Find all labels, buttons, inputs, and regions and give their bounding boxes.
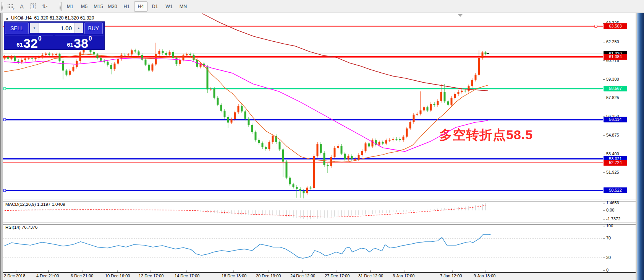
sell-button[interactable]: SELL [5,23,29,34]
timeframe-bar: M1M5M15M30H1H4D1W1MN [63,2,190,11]
timeframe-M1[interactable]: M1 [63,2,77,11]
time-axis-label[interactable]: 9 Jan 13:00 [474,273,496,278]
time-axis-label[interactable]: 20 Dec 13:00 [256,273,281,278]
window-right-aero-border [637,0,644,280]
price-badge-52.724: 52.724 [604,160,627,166]
macd-indicator-label: MACD(12,26,9) 1.3197 1.0409 [5,202,65,207]
timeframe-W1[interactable]: W1 [162,2,176,11]
rsi-axis-label: 70 [606,236,611,240]
sell-price-small: 61 [16,41,23,48]
time-axis-label[interactable]: 10 Dec 16:00 [105,273,130,278]
text-box-tool-button[interactable]: T [28,2,39,11]
price-badge-63.503: 63.503 [604,23,627,29]
rsi-axis-label: 30 [606,255,611,260]
rsi-axis-label: 0 [606,268,608,272]
sell-price-big: 32 [23,37,38,49]
toolbar-grip[interactable] [60,2,61,11]
one-click-trade-panel: SELL ▼ ▲ BUY 61 32 0 61 38 0 [4,21,105,50]
time-axis-label[interactable]: 2 Dec 2018 [4,273,25,278]
chart-title[interactable]: ▲UKOil-,H4 61.320 61.320 61.320 61.320 [5,15,94,21]
price-axis-label: 57.825 [606,95,619,100]
price-axis-label: 54.875 [606,133,619,137]
time-axis-label[interactable]: 18 Dec 13:00 [222,273,246,278]
time-axis-label[interactable]: 3 Jan 17:00 [393,273,415,278]
time-axis-label[interactable]: 6 Dec 21:00 [71,273,93,278]
price-badge-61.084: 61.084 [604,54,627,60]
buy-price-big: 38 [74,37,88,49]
rsi-indicator-label: RSI(14) 76.7376 [5,225,37,230]
fibo-grid-icon: F [7,4,13,9]
rsi-panel-separator[interactable] [3,223,636,225]
chart-collapse-icon[interactable]: ▲ [5,16,9,20]
text-label-icon: A [20,3,24,10]
time-axis-label[interactable]: 14 Dec 17:00 [175,273,199,278]
sell-price-sup: 0 [38,35,42,42]
timeframe-H4[interactable]: H4 [134,2,147,11]
macd-axis-label: 0.00 [606,208,614,212]
plot-axis-divider [603,13,603,272]
toolbar: F A T ⇅ ▾ M1M5M15M30H1H4D1W1MN [0,0,644,13]
sell-price-tile[interactable]: 61 32 0 [5,36,53,49]
price-axis-label: 59.300 [606,77,619,81]
price-badge-56.114: 56.114 [604,117,627,122]
rsi-axis-label: 100 [606,223,613,228]
price-badge-50.522: 50.522 [604,187,627,193]
time-axis-label[interactable]: 27 Dec 17:00 [325,273,350,278]
text-box-icon: T [31,3,36,9]
macd-panel-separator[interactable] [3,200,636,202]
chart-symbol-label: UKOil-,H4 [11,15,32,21]
timeframe-M5[interactable]: M5 [78,2,91,11]
timeframe-M15[interactable]: M15 [92,2,105,11]
time-axis-label[interactable]: 12 Dec 17:00 [139,273,163,278]
trade-controls-row: SELL ▼ ▲ BUY [5,23,103,34]
buy-price-small: 61 [67,41,73,48]
timeframe-D1[interactable]: D1 [148,2,162,11]
buy-price-tile[interactable]: 61 38 0 [55,36,104,49]
text-label-tool-button[interactable]: A [16,2,27,11]
arrow-tools-icon: ⇅ [42,3,45,9]
fibo-grid-tool-button[interactable]: F [5,2,16,11]
time-axis-label[interactable]: 31 Dec 12:00 [358,273,383,278]
chevron-down-icon: ▾ [46,5,47,8]
arrow-tools-button[interactable]: ⇅ ▾ [39,2,50,11]
volume-decrease-button[interactable]: ▼ [30,23,39,33]
price-axis-label: 53.400 [606,151,619,156]
volume-stepper: ▼ ▲ [30,23,83,33]
volume-input[interactable] [39,23,74,33]
timeframe-M30[interactable]: M30 [106,2,119,11]
window-left-edge [0,13,3,280]
price-axis-label: 51.925 [606,170,619,174]
time-axis-separator [3,272,636,273]
volume-increase-button[interactable]: ▲ [74,23,83,33]
time-axis-label[interactable]: 4 Dec 21:00 [36,273,59,278]
chart-quotes-label: 61.320 61.320 61.320 61.320 [34,15,94,21]
toolbar-grip[interactable] [1,2,3,11]
timeframe-MN[interactable]: MN [176,2,190,11]
time-axis-label[interactable]: 7 Jan 12:00 [440,273,462,278]
price-badge-58.567: 58.567 [604,86,627,91]
macd-axis-label: -1.7372 [606,217,620,221]
buy-button[interactable]: BUY [84,23,103,34]
spin-up-icon: ▲ [77,26,80,30]
spin-down-icon: ▼ [33,26,36,30]
macd-axis-label: 1.4653 [606,200,619,205]
buy-price-sup: 0 [89,35,92,42]
price-axis-label: 62.250 [606,39,619,44]
time-axis-label[interactable]: 24 Dec 12:00 [290,273,315,278]
timeframe-H1[interactable]: H1 [120,2,133,11]
